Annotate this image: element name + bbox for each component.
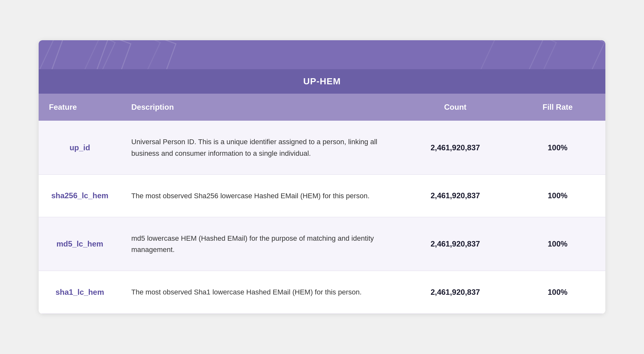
main-table-container: UP-HEM Feature Description Count Fill Ra… bbox=[39, 40, 605, 313]
table-row: sha256_lc_hemThe most observed Sha256 lo… bbox=[39, 174, 605, 217]
cell-description: The most observed Sha1 lowercase Hashed … bbox=[121, 271, 401, 313]
column-header-count: Count bbox=[401, 94, 510, 121]
table-header-row: Feature Description Count Fill Rate bbox=[39, 94, 605, 121]
header-decoration bbox=[39, 40, 605, 69]
cell-count: 2,461,920,837 bbox=[401, 271, 510, 313]
cell-count: 2,461,920,837 bbox=[401, 121, 510, 174]
cell-count: 2,461,920,837 bbox=[401, 217, 510, 271]
table-row: up_idUniversal Person ID. This is a uniq… bbox=[39, 121, 605, 174]
cell-description: Universal Person ID. This is a unique id… bbox=[121, 121, 401, 174]
table-row: md5_lc_hemmd5 lowercase HEM (Hashed EMai… bbox=[39, 217, 605, 271]
cell-fillrate: 100% bbox=[510, 174, 605, 217]
table-row: sha1_lc_hemThe most observed Sha1 lowerc… bbox=[39, 271, 605, 313]
column-header-fillrate: Fill Rate bbox=[510, 94, 605, 121]
cell-feature: sha1_lc_hem bbox=[39, 271, 121, 313]
cell-feature: md5_lc_hem bbox=[39, 217, 121, 271]
cell-count: 2,461,920,837 bbox=[401, 174, 510, 217]
cell-fillrate: 100% bbox=[510, 271, 605, 313]
column-header-feature: Feature bbox=[39, 94, 121, 121]
data-table: Feature Description Count Fill Rate up_i… bbox=[39, 94, 605, 313]
cell-feature: up_id bbox=[39, 121, 121, 174]
table-title-bar: UP-HEM bbox=[39, 69, 605, 94]
column-header-description: Description bbox=[121, 94, 401, 121]
table-title: UP-HEM bbox=[303, 76, 341, 86]
cell-fillrate: 100% bbox=[510, 217, 605, 271]
cell-fillrate: 100% bbox=[510, 121, 605, 174]
cell-feature: sha256_lc_hem bbox=[39, 174, 121, 217]
cell-description: md5 lowercase HEM (Hashed EMail) for the… bbox=[121, 217, 401, 271]
cell-description: The most observed Sha256 lowercase Hashe… bbox=[121, 174, 401, 217]
